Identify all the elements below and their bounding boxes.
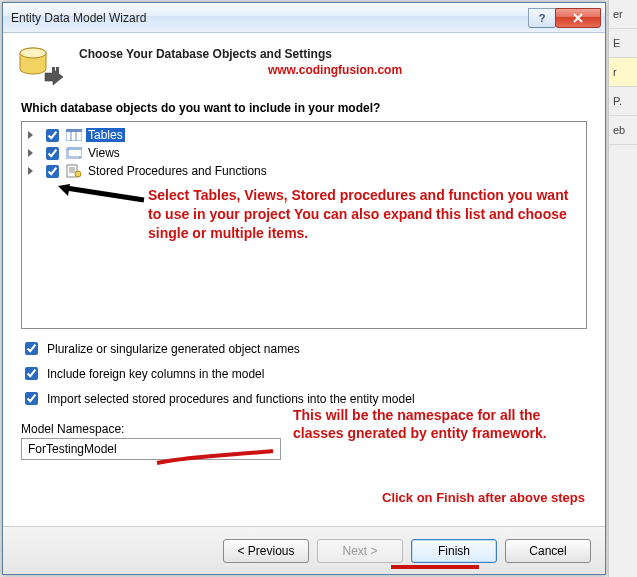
svg-rect-10 (68, 147, 82, 150)
foreign-keys-checkbox[interactable] (25, 367, 38, 380)
views-icon (66, 146, 82, 160)
header-url: www.codingfusion.com (79, 63, 591, 77)
tables-icon (66, 128, 82, 142)
sprocs-icon (66, 164, 82, 178)
window-buttons (529, 8, 601, 28)
wizard-footer: < Previous Next > Finish Cancel (3, 526, 605, 574)
tree-item-sprocs[interactable]: Stored Procedures and Functions (28, 162, 580, 180)
chevron-right-icon[interactable] (28, 148, 38, 158)
option-label: Include foreign key columns in the model (47, 367, 264, 381)
annotation-underline-icon (155, 449, 275, 467)
sprocs-checkbox[interactable] (46, 165, 59, 178)
import-sp-checkbox[interactable] (25, 392, 38, 405)
help-button[interactable] (528, 8, 556, 28)
tree-label: Tables (86, 128, 125, 142)
annotation-namespace: This will be the namespace for all the c… (293, 406, 587, 442)
svg-point-1 (20, 48, 46, 58)
header-heading: Choose Your Database Objects and Setting… (79, 47, 591, 61)
views-checkbox[interactable] (46, 147, 59, 160)
close-icon (572, 13, 584, 23)
svg-point-12 (75, 171, 81, 177)
tree-item-tables[interactable]: Tables (28, 126, 580, 144)
chevron-right-icon[interactable] (28, 130, 38, 140)
titlebar: Entity Data Model Wizard (3, 3, 605, 33)
close-button[interactable] (555, 8, 601, 28)
option-pluralize[interactable]: Pluralize or singularize generated objec… (21, 339, 587, 358)
database-icon (17, 45, 65, 89)
option-label: Pluralize or singularize generated objec… (47, 342, 300, 356)
objects-tree[interactable]: Tables Views Stored Procedures and Funct… (21, 121, 587, 329)
pluralize-checkbox[interactable] (25, 342, 38, 355)
question-label: Which database objects do you want to in… (3, 95, 605, 121)
tree-label: Stored Procedures and Functions (86, 164, 269, 178)
option-label: Import selected stored procedures and fu… (47, 392, 415, 406)
finish-button[interactable]: Finish (411, 539, 497, 563)
previous-button[interactable]: < Previous (223, 539, 309, 563)
window-title: Entity Data Model Wizard (11, 11, 529, 25)
annotation-underline-icon (391, 564, 479, 570)
tree-item-views[interactable]: Views (28, 144, 580, 162)
annotation-arrow-icon (56, 184, 146, 204)
chevron-right-icon[interactable] (28, 166, 38, 176)
svg-rect-5 (66, 129, 82, 132)
option-foreign-keys[interactable]: Include foreign key columns in the model (21, 364, 587, 383)
wizard-header: Choose Your Database Objects and Setting… (3, 33, 605, 95)
options-group: Pluralize or singularize generated objec… (3, 329, 605, 418)
background-window-strip: er E r P. eb (608, 0, 637, 577)
cancel-button[interactable]: Cancel (505, 539, 591, 563)
tree-label: Views (86, 146, 122, 160)
tables-checkbox[interactable] (46, 129, 59, 142)
svg-rect-2 (52, 67, 55, 73)
annotation-finish: Click on Finish after above steps (382, 490, 585, 505)
svg-rect-3 (56, 67, 59, 73)
next-button: Next > (317, 539, 403, 563)
annotation-tree: Select Tables, Views, Stored procedures … (148, 186, 576, 243)
wizard-window: Entity Data Model Wizard Choose Your Dat… (2, 2, 606, 575)
